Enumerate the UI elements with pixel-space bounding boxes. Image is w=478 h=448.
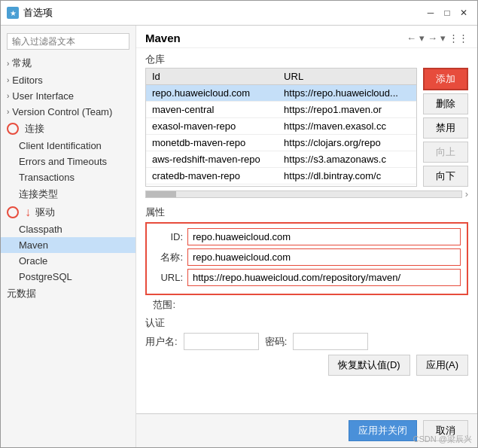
circle-marker-icon: [7, 206, 19, 218]
arrow-icon: ›: [7, 76, 9, 84]
titlebar-left: ★ 首选项: [7, 6, 53, 20]
apply-close-button[interactable]: 应用并关闭: [349, 420, 417, 441]
pass-label: 密码:: [265, 335, 288, 349]
forward-button[interactable]: →: [428, 32, 437, 44]
maximize-button[interactable]: □: [440, 5, 455, 20]
sidebar-item-label: 连接类型: [19, 187, 58, 201]
user-input[interactable]: [184, 333, 259, 350]
table-row[interactable]: aws-redshift-maven-repo https://s3.amazo…: [146, 151, 416, 168]
url-input[interactable]: [187, 269, 461, 286]
down-button[interactable]: 向下: [423, 166, 468, 187]
circle-marker-icon: [7, 123, 19, 135]
sidebar-item-errors-timeouts[interactable]: Errors and Timeouts: [1, 154, 135, 169]
sidebar-item-metadata[interactable]: 元数据: [1, 285, 135, 303]
nav-separator: ▾: [419, 32, 425, 44]
more-button[interactable]: ⋮⋮: [449, 32, 468, 44]
sidebar-item-label: 元数据: [7, 287, 36, 300]
sidebar-item-label: Errors and Timeouts: [19, 156, 107, 167]
name-row: 名称:: [153, 248, 461, 266]
col-id: Id: [146, 69, 278, 85]
props-fields: ID: 名称: URL:: [145, 222, 468, 295]
main-title: Maven: [145, 32, 181, 44]
sidebar-item-client-id[interactable]: Client Identification: [1, 138, 135, 154]
name-input[interactable]: [187, 248, 461, 266]
sidebar-item-label: Version Control (Team): [12, 106, 112, 117]
disable-button[interactable]: 禁用: [423, 117, 468, 139]
window-title: 首选项: [23, 6, 53, 20]
name-label: 名称:: [153, 251, 183, 264]
url-label: URL:: [153, 272, 183, 283]
restore-defaults-button[interactable]: 恢复默认值(D): [328, 355, 410, 376]
cell-url: https://s3.amazonaws.c: [278, 151, 416, 168]
sidebar-item-transactions[interactable]: Transactions: [1, 169, 135, 185]
id-input[interactable]: [187, 228, 461, 245]
col-url: URL: [278, 69, 416, 85]
apply-button[interactable]: 应用(A): [416, 355, 468, 376]
cell-id: monetdb-maven-repo: [146, 135, 278, 151]
main-content: › 常规 › Editors › User Interface › Versio…: [1, 26, 477, 447]
scroll-right-icon[interactable]: ›: [465, 188, 468, 200]
titlebar: ★ 首选项 ─ □ ✕: [1, 1, 477, 26]
sidebar: › 常规 › Editors › User Interface › Versio…: [1, 26, 136, 447]
sidebar-item-label: Classpath: [19, 224, 62, 235]
scrollbar-thumb[interactable]: [146, 191, 176, 197]
auth-label: 认证: [145, 316, 468, 330]
delete-button[interactable]: 删除: [423, 93, 468, 114]
range-row: 范围:: [145, 298, 468, 312]
sidebar-item-label: Editors: [12, 75, 42, 86]
sidebar-item-maven[interactable]: Maven: [1, 237, 135, 253]
minimize-button[interactable]: ─: [423, 5, 438, 20]
sidebar-item-label: PostgreSQL: [19, 271, 72, 282]
repo-table-wrapper: Id URL repo.huaweicloud.com https://repo…: [145, 68, 417, 187]
table-row[interactable]: monetdb-maven-repo https://clojars.org/r…: [146, 135, 416, 151]
scrollbar-track[interactable]: [145, 190, 462, 198]
arrow-icon: ›: [7, 59, 9, 68]
back-button[interactable]: ←: [406, 32, 416, 44]
sidebar-item-label: Transactions: [19, 172, 75, 183]
sidebar-item-version-control[interactable]: › Version Control (Team): [1, 104, 135, 120]
pass-input[interactable]: [293, 333, 368, 350]
preferences-window: ★ 首选项 ─ □ ✕ › 常规 › Editors › User Int: [0, 0, 478, 448]
sidebar-item-editors[interactable]: › Editors: [1, 72, 135, 88]
auth-row: 用户名: 密码:: [145, 333, 468, 350]
sidebar-item-conn-type[interactable]: 连接类型: [1, 185, 135, 203]
up-button[interactable]: 向上: [423, 142, 468, 163]
sidebar-item-user-interface[interactable]: › User Interface: [1, 88, 135, 104]
arrow-down-icon: ↓: [25, 206, 31, 219]
nav-separator2: ▾: [440, 32, 446, 44]
sidebar-item-general[interactable]: › 常规: [1, 54, 135, 72]
table-row[interactable]: exasol-maven-repo https://maven.exasol.c…: [146, 118, 416, 135]
sidebar-item-label: Maven: [19, 239, 48, 251]
table-row[interactable]: cratedb-maven-repo https://dl.bintray.co…: [146, 168, 416, 184]
sidebar-item-label: Client Identification: [19, 140, 102, 151]
watermark: CSDN @梁辰兴: [413, 434, 472, 445]
app-icon: ★: [7, 7, 19, 19]
search-input[interactable]: [7, 33, 129, 50]
main-header: Maven ← ▾ → ▾ ⋮⋮: [136, 26, 477, 48]
table-row[interactable]: maven-central https://repo1.maven.or: [146, 102, 416, 118]
close-button[interactable]: ✕: [456, 5, 471, 20]
cell-id: exasol-maven-repo: [146, 118, 278, 135]
sidebar-item-label: User Interface: [12, 90, 74, 102]
sidebar-item-driver[interactable]: ↓ 驱动: [1, 203, 135, 221]
arrow-icon: ›: [7, 92, 9, 100]
spacer: [136, 379, 477, 413]
table-row[interactable]: repo.huaweicloud.com https://repo.huawei…: [146, 85, 416, 102]
cell-id: cratedb-maven-repo: [146, 168, 278, 184]
sidebar-item-oracle[interactable]: Oracle: [1, 253, 135, 269]
cell-url: https://repo1.maven.or: [278, 102, 416, 118]
nav-buttons: ← ▾ → ▾ ⋮⋮: [406, 32, 468, 44]
range-section: 范围:: [136, 297, 477, 313]
cell-url: https://maven.exasol.cc: [278, 118, 416, 135]
sidebar-item-classpath[interactable]: Classpath: [1, 221, 135, 237]
props-section: 属性 ID: 名称: URL:: [136, 201, 477, 297]
id-row: ID:: [153, 228, 461, 245]
add-button[interactable]: 添加: [423, 68, 468, 90]
url-row: URL:: [153, 269, 461, 286]
cell-id: aws-redshift-maven-repo: [146, 151, 278, 168]
horizontal-scrollbar[interactable]: ›: [145, 188, 468, 200]
sidebar-item-postgresql[interactable]: PostgreSQL: [1, 269, 135, 285]
sidebar-item-connection[interactable]: 连接: [1, 120, 135, 138]
cell-id: repo.huaweicloud.com: [146, 85, 278, 102]
repo-section: Id URL repo.huaweicloud.com https://repo…: [145, 68, 468, 187]
